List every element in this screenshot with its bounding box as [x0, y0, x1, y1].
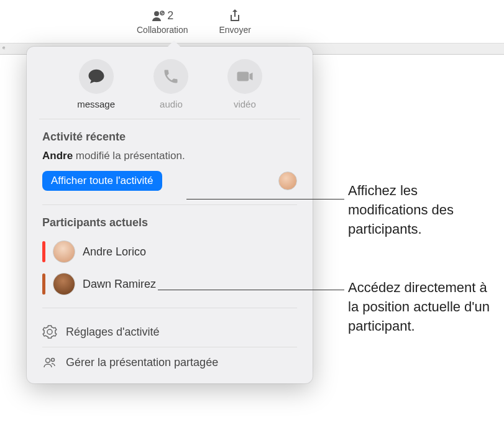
avatar [53, 273, 75, 295]
communication-row: message audio vidéo [39, 47, 300, 119]
collaboration-icon [151, 9, 166, 24]
participants-heading: Participants actuels [42, 216, 297, 229]
show-all-activity-button[interactable]: Afficher toute l'activité [42, 171, 162, 191]
activity-actor: Andre [42, 150, 73, 162]
ruler-edge-label: e [2, 45, 5, 50]
toolbar: 2 Collaboration Envoyer [0, 0, 504, 44]
activity-action: modifié la présentation. [73, 150, 185, 162]
message-label: message [77, 99, 115, 109]
manage-shared-button[interactable]: Gérer la présentation partagée [42, 347, 297, 377]
callout-text: Accédez directement à la position actuel… [348, 278, 497, 336]
video-label: vidéo [234, 99, 256, 109]
svg-point-0 [154, 11, 159, 16]
bottom-section: Réglages d'activité Gérer la présentatio… [27, 311, 313, 377]
callout-line [158, 290, 344, 290]
share-icon [228, 9, 242, 24]
activity-line: Andre modifié la présentation. [42, 150, 297, 162]
share-toolbar-item[interactable]: Envoyer [219, 9, 251, 35]
collaboration-label: Collaboration [137, 25, 188, 35]
presence-indicator [42, 241, 45, 262]
activity-settings-button[interactable]: Réglages d'activité [42, 317, 297, 347]
callout-text: Affichez les modifications des participa… [348, 181, 497, 239]
gear-icon [42, 324, 57, 339]
participant-name: Dawn Ramirez [83, 278, 156, 291]
audio-label: audio [160, 99, 183, 109]
recent-activity-section: Activité récente Andre modifié la présen… [27, 119, 313, 197]
message-button[interactable]: message [77, 59, 115, 109]
video-icon [236, 67, 254, 86]
svg-point-2 [46, 359, 50, 363]
avatar [53, 241, 75, 263]
svg-point-3 [52, 359, 55, 362]
separator [42, 308, 297, 308]
people-icon [42, 355, 57, 370]
activity-avatar [278, 172, 297, 190]
phone-icon [162, 68, 180, 85]
video-button[interactable]: vidéo [227, 59, 262, 109]
collaboration-popover: message audio vidéo Activité récente And… [27, 47, 313, 383]
activity-heading: Activité récente [42, 131, 297, 144]
participant-row[interactable]: Andre Lorico [42, 236, 297, 268]
collaboration-badge: 2 [151, 9, 173, 24]
activity-settings-label: Réglages d'activité [66, 326, 160, 339]
share-label: Envoyer [219, 25, 251, 35]
manage-shared-label: Gérer la présentation partagée [66, 356, 218, 369]
message-icon [87, 67, 106, 86]
participant-row[interactable]: Dawn Ramirez [42, 268, 297, 300]
collaboration-toolbar-item[interactable]: 2 Collaboration [137, 9, 188, 35]
participant-name: Andre Lorico [83, 245, 146, 259]
presence-indicator [42, 273, 45, 295]
audio-button[interactable]: audio [153, 59, 188, 109]
collaboration-count: 2 [167, 9, 173, 22]
callout-line [186, 199, 344, 199]
